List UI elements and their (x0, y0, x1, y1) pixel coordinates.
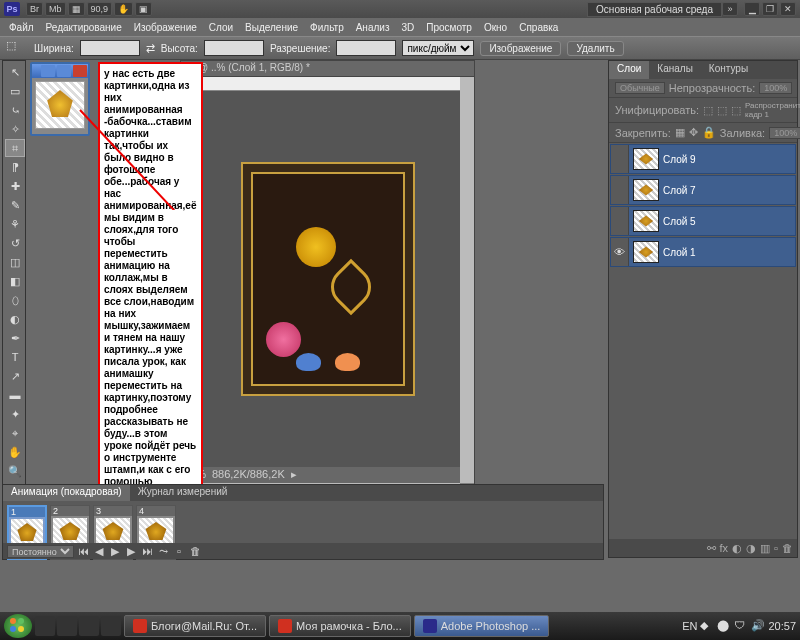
move-tool-icon[interactable]: ↖ (5, 63, 25, 81)
menu-help[interactable]: Справка (514, 20, 563, 35)
heal-tool-icon[interactable]: ✚ (5, 177, 25, 195)
layer-fx-icon[interactable]: fx (720, 542, 729, 554)
swap-icon[interactable]: ⇄ (146, 42, 155, 55)
layer-thumb[interactable] (633, 241, 659, 263)
width-input[interactable] (80, 40, 140, 56)
tray-icon[interactable]: 🛡 (734, 619, 748, 633)
layer-thumb[interactable] (633, 210, 659, 232)
ruler-horizontal[interactable] (195, 77, 474, 91)
lock-all-icon[interactable]: 🔒 (702, 126, 716, 139)
ql-icon[interactable] (79, 616, 99, 636)
stamp-tool-icon[interactable]: ⚘ (5, 215, 25, 233)
tween-icon[interactable]: ⤳ (156, 545, 170, 558)
layer-thumb[interactable] (633, 148, 659, 170)
zoom-tool-icon[interactable]: 🔍 (5, 462, 25, 480)
path-tool-icon[interactable]: ↗ (5, 367, 25, 385)
tab-layers[interactable]: Слои (609, 61, 649, 79)
last-frame-icon[interactable]: ⏭ (140, 545, 154, 557)
eyedropper-tool-icon[interactable]: ⁋ (5, 158, 25, 176)
eraser-tool-icon[interactable]: ◫ (5, 253, 25, 271)
loop-select[interactable]: Постоянно (7, 545, 74, 558)
brush-tool-icon[interactable]: ✎ (5, 196, 25, 214)
floating-maximize-icon[interactable] (57, 65, 71, 77)
group-icon[interactable]: ▥ (760, 542, 770, 555)
doc-size[interactable]: 886,2K/886,2K (212, 468, 285, 482)
bridge-icon[interactable]: Br (26, 2, 43, 16)
tray-icon[interactable]: ⬤ (717, 619, 731, 633)
propagate-label[interactable]: Распространить кадр 1 (745, 101, 800, 119)
ql-icon[interactable] (57, 616, 77, 636)
hand-tool-icon[interactable]: ✋ (5, 443, 25, 461)
adjustment-layer-icon[interactable]: ◑ (746, 542, 756, 555)
unit-select[interactable]: пикс/дюйм (402, 40, 474, 56)
new-layer-icon[interactable]: ▫ (774, 542, 778, 554)
menu-file[interactable]: Файл (4, 20, 39, 35)
new-frame-icon[interactable]: ▫ (172, 545, 186, 557)
wand-tool-icon[interactable]: ✧ (5, 120, 25, 138)
layer-row[interactable]: 👁Слой 1 (610, 237, 796, 267)
layer-row[interactable]: Слой 9 (610, 144, 796, 174)
link-layers-icon[interactable]: ⚯ (707, 542, 716, 555)
ql-icon[interactable] (101, 616, 121, 636)
gradient-tool-icon[interactable]: ◧ (5, 272, 25, 290)
menu-window[interactable]: Окно (479, 20, 512, 35)
menu-image[interactable]: Изображение (129, 20, 202, 35)
tray-icon[interactable]: 🔊 (751, 619, 765, 633)
minimize-button[interactable]: ▁ (744, 2, 760, 16)
tab-animation[interactable]: Анимация (покадровая) (3, 485, 130, 501)
visibility-icon[interactable] (611, 176, 629, 204)
clear-button[interactable]: Удалить (567, 41, 623, 56)
scrollbar-vertical[interactable] (460, 77, 474, 483)
tab-paths[interactable]: Контуры (701, 61, 756, 79)
doc-status-arrow-icon[interactable]: ▸ (291, 468, 297, 482)
view-extras-icon[interactable]: ▦ (68, 2, 85, 16)
ql-icon[interactable] (35, 616, 55, 636)
layer-name[interactable]: Слой 5 (663, 216, 696, 227)
crop-tool-preset-icon[interactable]: ⬚ (6, 39, 28, 57)
layer-name[interactable]: Слой 1 (663, 247, 696, 258)
type-tool-icon[interactable]: T (5, 348, 25, 366)
task-button[interactable]: Блоги@Mail.Ru: От... (124, 615, 266, 637)
close-button[interactable]: ✕ (780, 2, 796, 16)
workspace-expand-icon[interactable]: » (722, 2, 738, 16)
first-frame-icon[interactable]: ⏮ (76, 545, 90, 557)
tab-channels[interactable]: Каналы (649, 61, 701, 79)
layer-mask-icon[interactable]: ◐ (732, 542, 742, 555)
visibility-icon[interactable] (611, 207, 629, 235)
menu-view[interactable]: Просмотр (421, 20, 477, 35)
marquee-tool-icon[interactable]: ▭ (5, 82, 25, 100)
prev-frame-icon[interactable]: ◀ (92, 545, 106, 558)
menu-3d[interactable]: 3D (396, 20, 419, 35)
mb-icon[interactable]: Mb (45, 2, 66, 16)
unify-position-icon[interactable]: ⬚ (703, 104, 713, 117)
layer-thumb[interactable] (633, 179, 659, 201)
lang-indicator[interactable]: EN (682, 620, 697, 632)
blend-mode-select[interactable]: Обычные (615, 82, 665, 94)
menu-layer[interactable]: Слои (204, 20, 238, 35)
layer-name[interactable]: Слой 9 (663, 154, 696, 165)
restore-button[interactable]: ❐ (762, 2, 778, 16)
camera-tool-icon[interactable]: ⌖ (5, 424, 25, 442)
floating-doc-window[interactable] (30, 62, 90, 136)
menu-analysis[interactable]: Анализ (351, 20, 395, 35)
3d-tool-icon[interactable]: ✦ (5, 405, 25, 423)
task-button[interactable]: Моя рамочка - Бло... (269, 615, 411, 637)
menu-select[interactable]: Выделение (240, 20, 303, 35)
menu-edit[interactable]: Редактирование (41, 20, 127, 35)
menu-filter[interactable]: Фильтр (305, 20, 349, 35)
pen-tool-icon[interactable]: ✒ (5, 329, 25, 347)
canvas-area[interactable] (195, 91, 460, 467)
layer-row[interactable]: Слой 7 (610, 175, 796, 205)
lasso-tool-icon[interactable]: ⤿ (5, 101, 25, 119)
task-button[interactable]: Adobe Photoshop ... (414, 615, 550, 637)
delete-frame-icon[interactable]: 🗑 (188, 545, 202, 557)
visibility-icon[interactable]: 👁 (611, 238, 629, 266)
visibility-icon[interactable] (611, 145, 629, 173)
delete-layer-icon[interactable]: 🗑 (782, 542, 793, 554)
crop-tool-icon[interactable]: ⌗ (5, 139, 25, 157)
unify-style-icon[interactable]: ⬚ (731, 104, 741, 117)
layer-row[interactable]: Слой 5 (610, 206, 796, 236)
play-icon[interactable]: ▶ (108, 545, 122, 558)
hand-icon[interactable]: ✋ (114, 2, 133, 16)
floating-doc-titlebar[interactable] (32, 64, 88, 78)
